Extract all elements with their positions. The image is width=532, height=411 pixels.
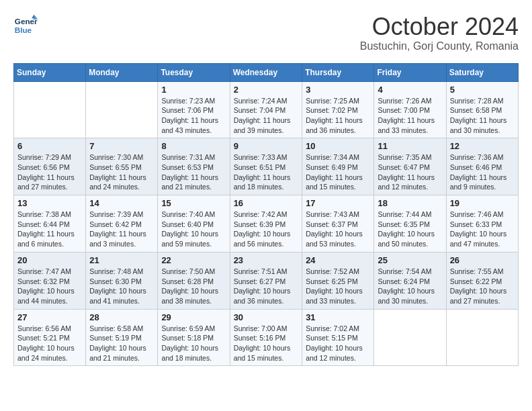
day-number: 22 — [161, 255, 226, 265]
header-cell-thursday: Thursday — [302, 63, 374, 81]
week-row-3: 13Sunrise: 7:38 AMSunset: 6:44 PMDayligh… — [14, 195, 519, 253]
day-number: 11 — [378, 141, 442, 151]
day-cell: 20Sunrise: 7:47 AMSunset: 6:32 PMDayligh… — [14, 252, 86, 309]
day-number: 25 — [378, 255, 442, 265]
day-cell: 28Sunrise: 6:58 AMSunset: 5:19 PMDayligh… — [86, 309, 158, 366]
week-row-1: 1Sunrise: 7:23 AMSunset: 7:06 PMDaylight… — [14, 81, 519, 138]
day-info: Sunrise: 7:52 AMSunset: 6:25 PMDaylight:… — [306, 267, 370, 306]
day-cell: 13Sunrise: 7:38 AMSunset: 6:44 PMDayligh… — [14, 195, 86, 253]
day-cell — [86, 81, 158, 138]
day-number: 1 — [161, 85, 226, 95]
day-number: 13 — [17, 198, 82, 208]
day-info: Sunrise: 7:38 AMSunset: 6:44 PMDaylight:… — [17, 210, 82, 249]
day-cell: 15Sunrise: 7:40 AMSunset: 6:40 PMDayligh… — [158, 195, 230, 253]
day-info: Sunrise: 7:25 AMSunset: 7:02 PMDaylight:… — [306, 96, 370, 136]
day-number: 7 — [89, 141, 154, 151]
title-area: October 2024 Bustuchin, Gorj County, Rom… — [360, 13, 519, 52]
day-cell: 2Sunrise: 7:24 AMSunset: 7:04 PMDaylight… — [230, 81, 302, 138]
day-cell: 17Sunrise: 7:43 AMSunset: 6:37 PMDayligh… — [302, 195, 374, 253]
day-info: Sunrise: 7:40 AMSunset: 6:40 PMDaylight:… — [161, 210, 226, 249]
day-cell: 11Sunrise: 7:35 AMSunset: 6:47 PMDayligh… — [374, 138, 446, 195]
day-number: 6 — [17, 141, 82, 151]
day-number: 18 — [378, 198, 442, 208]
day-info: Sunrise: 7:36 AMSunset: 6:46 PMDaylight:… — [450, 152, 515, 192]
day-info: Sunrise: 7:50 AMSunset: 6:28 PMDaylight:… — [161, 267, 226, 306]
day-cell: 7Sunrise: 7:30 AMSunset: 6:55 PMDaylight… — [86, 138, 158, 195]
day-cell: 16Sunrise: 7:42 AMSunset: 6:39 PMDayligh… — [230, 195, 302, 253]
day-cell: 6Sunrise: 7:29 AMSunset: 6:56 PMDaylight… — [14, 138, 86, 195]
day-cell: 3Sunrise: 7:25 AMSunset: 7:02 PMDaylight… — [302, 81, 374, 138]
calendar-header: SundayMondayTuesdayWednesdayThursdayFrid… — [14, 63, 519, 81]
day-cell: 31Sunrise: 7:02 AMSunset: 5:15 PMDayligh… — [302, 309, 374, 366]
day-cell: 9Sunrise: 7:33 AMSunset: 6:51 PMDaylight… — [230, 138, 302, 195]
day-number: 10 — [306, 141, 370, 151]
day-cell — [14, 81, 86, 138]
day-info: Sunrise: 7:00 AMSunset: 5:16 PMDaylight:… — [234, 324, 299, 363]
header-cell-tuesday: Tuesday — [158, 63, 230, 81]
day-info: Sunrise: 7:43 AMSunset: 6:37 PMDaylight:… — [306, 210, 370, 249]
day-cell: 18Sunrise: 7:44 AMSunset: 6:35 PMDayligh… — [374, 195, 446, 253]
calendar-table: SundayMondayTuesdayWednesdayThursdayFrid… — [13, 63, 519, 367]
day-info: Sunrise: 7:29 AMSunset: 6:56 PMDaylight:… — [17, 152, 82, 192]
header-cell-monday: Monday — [86, 63, 158, 81]
day-cell: 4Sunrise: 7:26 AMSunset: 7:00 PMDaylight… — [374, 81, 446, 138]
day-cell: 23Sunrise: 7:51 AMSunset: 6:27 PMDayligh… — [230, 252, 302, 309]
day-number: 8 — [161, 141, 226, 151]
day-number: 9 — [234, 141, 299, 151]
day-cell: 5Sunrise: 7:28 AMSunset: 6:58 PMDaylight… — [446, 81, 518, 138]
day-info: Sunrise: 7:34 AMSunset: 6:49 PMDaylight:… — [306, 152, 370, 192]
day-cell: 14Sunrise: 7:39 AMSunset: 6:42 PMDayligh… — [86, 195, 158, 253]
calendar-body: 1Sunrise: 7:23 AMSunset: 7:06 PMDaylight… — [14, 81, 519, 366]
header-cell-saturday: Saturday — [446, 63, 518, 81]
header-cell-sunday: Sunday — [14, 63, 86, 81]
day-cell: 27Sunrise: 6:56 AMSunset: 5:21 PMDayligh… — [14, 309, 86, 366]
day-number: 31 — [306, 312, 370, 322]
day-cell: 21Sunrise: 7:48 AMSunset: 6:30 PMDayligh… — [86, 252, 158, 309]
day-cell: 29Sunrise: 6:59 AMSunset: 5:18 PMDayligh… — [158, 309, 230, 366]
day-number: 14 — [89, 198, 154, 208]
day-info: Sunrise: 7:24 AMSunset: 7:04 PMDaylight:… — [234, 96, 299, 136]
day-cell: 19Sunrise: 7:46 AMSunset: 6:33 PMDayligh… — [446, 195, 518, 253]
day-cell: 12Sunrise: 7:36 AMSunset: 6:46 PMDayligh… — [446, 138, 518, 195]
day-number: 30 — [234, 312, 299, 322]
header-row: SundayMondayTuesdayWednesdayThursdayFrid… — [14, 63, 519, 81]
day-info: Sunrise: 7:47 AMSunset: 6:32 PMDaylight:… — [17, 267, 82, 306]
day-info: Sunrise: 6:59 AMSunset: 5:18 PMDaylight:… — [161, 324, 226, 363]
day-info: Sunrise: 6:58 AMSunset: 5:19 PMDaylight:… — [89, 324, 154, 363]
location-title: Bustuchin, Gorj County, Romania — [360, 40, 519, 52]
day-info: Sunrise: 7:46 AMSunset: 6:33 PMDaylight:… — [450, 210, 515, 249]
day-number: 24 — [306, 255, 370, 265]
day-number: 23 — [234, 255, 299, 265]
day-info: Sunrise: 7:35 AMSunset: 6:47 PMDaylight:… — [378, 152, 442, 192]
day-number: 20 — [17, 255, 82, 265]
header-cell-wednesday: Wednesday — [230, 63, 302, 81]
day-info: Sunrise: 7:28 AMSunset: 6:58 PMDaylight:… — [450, 96, 515, 136]
day-info: Sunrise: 7:23 AMSunset: 7:06 PMDaylight:… — [161, 96, 226, 136]
day-number: 5 — [450, 85, 515, 95]
day-info: Sunrise: 7:30 AMSunset: 6:55 PMDaylight:… — [89, 152, 154, 192]
day-info: Sunrise: 7:26 AMSunset: 7:00 PMDaylight:… — [378, 96, 442, 136]
day-number: 16 — [234, 198, 299, 208]
day-number: 27 — [17, 312, 82, 322]
day-info: Sunrise: 7:31 AMSunset: 6:53 PMDaylight:… — [161, 152, 226, 192]
day-info: Sunrise: 7:42 AMSunset: 6:39 PMDaylight:… — [234, 210, 299, 249]
day-number: 12 — [450, 141, 515, 151]
day-cell: 25Sunrise: 7:54 AMSunset: 6:24 PMDayligh… — [374, 252, 446, 309]
day-info: Sunrise: 7:33 AMSunset: 6:51 PMDaylight:… — [234, 152, 299, 192]
day-cell — [374, 309, 446, 366]
week-row-5: 27Sunrise: 6:56 AMSunset: 5:21 PMDayligh… — [14, 309, 519, 366]
day-cell — [446, 309, 518, 366]
day-cell: 10Sunrise: 7:34 AMSunset: 6:49 PMDayligh… — [302, 138, 374, 195]
logo-icon: General Blue — [13, 13, 38, 38]
day-number: 17 — [306, 198, 370, 208]
svg-text:Blue: Blue — [15, 26, 32, 34]
day-number: 29 — [161, 312, 226, 322]
day-number: 2 — [234, 85, 299, 95]
day-info: Sunrise: 7:51 AMSunset: 6:27 PMDaylight:… — [234, 267, 299, 306]
day-cell: 1Sunrise: 7:23 AMSunset: 7:06 PMDaylight… — [158, 81, 230, 138]
day-info: Sunrise: 7:02 AMSunset: 5:15 PMDaylight:… — [306, 324, 370, 363]
day-number: 4 — [378, 85, 442, 95]
day-number: 21 — [89, 255, 154, 265]
day-number: 26 — [450, 255, 515, 265]
day-cell: 22Sunrise: 7:50 AMSunset: 6:28 PMDayligh… — [158, 252, 230, 309]
